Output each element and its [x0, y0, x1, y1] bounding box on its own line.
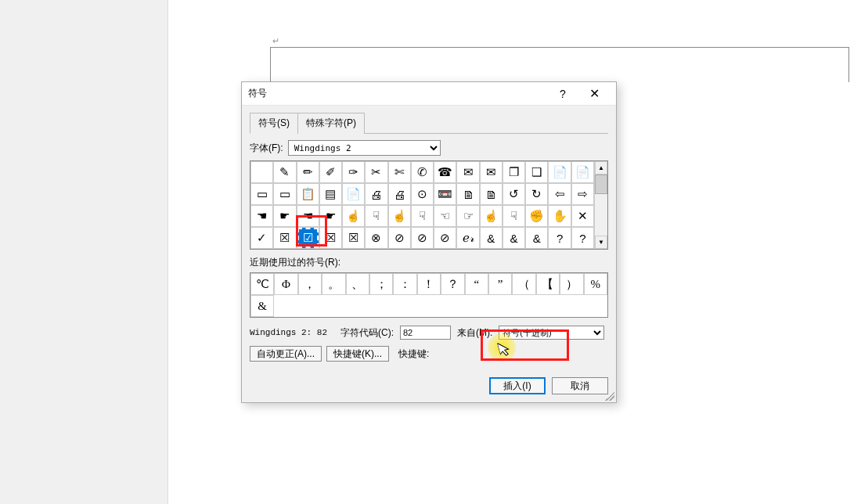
symbol-cell[interactable]: ☝: [480, 205, 503, 227]
symbol-cell[interactable]: ⇦: [548, 183, 571, 205]
insert-button[interactable]: 插入(I): [489, 377, 546, 394]
symbol-cell[interactable]: &: [503, 227, 525, 249]
symbol-cell[interactable]: 🖨: [365, 183, 387, 205]
scroll-up-icon[interactable]: ▲: [595, 161, 607, 175]
symbol-cell[interactable]: ✊: [525, 205, 548, 227]
symbol-cell[interactable]: ☑: [297, 227, 319, 249]
tab-symbols[interactable]: 符号(S): [250, 113, 298, 134]
symbol-cell[interactable]: 🖨: [388, 183, 411, 205]
recent-symbol-cell[interactable]: &: [250, 295, 274, 317]
shortcut-key-button[interactable]: 快捷键(K)...: [326, 346, 389, 362]
recent-symbol-cell[interactable]: %: [584, 273, 607, 295]
recent-symbol-cell[interactable]: “: [465, 273, 488, 295]
symbol-cell[interactable]: ☟: [365, 205, 387, 227]
symbol-cell[interactable]: 📄: [548, 161, 571, 183]
symbol-cell[interactable]: ✋: [548, 205, 571, 227]
symbol-cell[interactable]: ℯ𝓇: [456, 227, 479, 249]
symbol-cell[interactable]: ❑: [525, 161, 548, 183]
symbol-cell[interactable]: ☟: [503, 205, 525, 227]
symbol-cell[interactable]: ⊘: [388, 227, 411, 249]
from-select[interactable]: 符号(十进制): [499, 326, 604, 340]
grid-scrollbar[interactable]: ▲ ▼: [594, 161, 607, 249]
symbol-cell[interactable]: 🗎: [456, 183, 479, 205]
symbol-cell[interactable]: ☝: [388, 205, 411, 227]
symbol-cell[interactable]: ☜: [434, 205, 456, 227]
symbol-cell[interactable]: ✑: [342, 161, 365, 183]
recent-label: 近期使用过的符号(R):: [250, 256, 608, 269]
symbol-cell[interactable]: ✕: [571, 205, 594, 227]
page-margin-area: [0, 0, 168, 504]
recent-symbol-cell[interactable]: ：: [393, 273, 416, 295]
recent-symbol-cell[interactable]: （: [512, 273, 535, 295]
symbol-cell[interactable]: 📼: [434, 183, 456, 205]
symbol-grid: ✎✏✐✑✂✄✆☎✉✉❐❑📄📄▭▭📋▤📄🖨🖨⊙📼🗎🗎↺↻⇦⇨☚☛☚☛☝☟☝☟☜☞☝…: [250, 161, 594, 249]
symbol-cell[interactable]: ?: [548, 227, 571, 249]
symbol-cell[interactable]: ☚: [250, 205, 273, 227]
symbol-cell[interactable]: 📋: [297, 183, 319, 205]
recent-symbol-cell[interactable]: ）: [560, 273, 583, 295]
recent-symbol-cell[interactable]: Φ: [274, 273, 297, 295]
symbol-cell[interactable]: ❐: [503, 161, 525, 183]
autocorrect-button[interactable]: 自动更正(A)...: [250, 346, 322, 362]
symbol-cell[interactable]: ✏: [297, 161, 319, 183]
shortcut-display-label: 快捷键:: [398, 347, 429, 361]
recent-symbol-cell[interactable]: 。: [322, 273, 345, 295]
recent-symbol-cell[interactable]: ？: [441, 273, 464, 295]
symbol-cell[interactable]: ☚: [297, 205, 319, 227]
symbol-cell[interactable]: ▭: [250, 183, 273, 205]
charcode-input[interactable]: [400, 326, 451, 340]
symbol-cell[interactable]: ⊘: [411, 227, 434, 249]
font-select[interactable]: Wingdings 2: [288, 140, 441, 156]
symbol-cell[interactable]: ☒: [273, 227, 296, 249]
scroll-track[interactable]: [595, 175, 607, 236]
cancel-button[interactable]: 取消: [552, 377, 608, 394]
symbol-cell[interactable]: ☒: [319, 227, 342, 249]
symbol-cell[interactable]: 📄: [342, 183, 365, 205]
symbol-cell[interactable]: ▭: [273, 183, 296, 205]
close-icon[interactable]: ✕: [578, 83, 610, 105]
symbol-cell[interactable]: ☎: [434, 161, 456, 183]
symbol-cell[interactable]: [250, 161, 273, 183]
symbol-cell[interactable]: ⇨: [571, 183, 594, 205]
dialog-titlebar[interactable]: 符号 ? ✕: [242, 82, 616, 106]
recent-symbol-cell[interactable]: ；: [369, 273, 393, 295]
recent-symbol-cell[interactable]: 【: [536, 273, 560, 295]
symbol-cell[interactable]: ☟: [411, 205, 434, 227]
scroll-thumb[interactable]: [595, 175, 607, 194]
recent-symbol-cell[interactable]: 、: [346, 273, 369, 295]
symbol-cell[interactable]: ✎: [273, 161, 296, 183]
symbol-cell[interactable]: ☛: [273, 205, 296, 227]
symbol-cell[interactable]: ☞: [456, 205, 479, 227]
symbol-cell[interactable]: &: [525, 227, 548, 249]
symbol-cell[interactable]: ✐: [319, 161, 342, 183]
symbol-cell[interactable]: ✓: [250, 227, 273, 249]
symbol-cell[interactable]: ✉: [480, 161, 503, 183]
symbol-cell[interactable]: 🗎: [480, 183, 503, 205]
symbol-cell[interactable]: &: [480, 227, 503, 249]
recent-symbols-grid: ℃Φ，。、；：！？“”（【）%&: [250, 272, 608, 318]
symbol-cell[interactable]: ✉: [456, 161, 479, 183]
scroll-down-icon[interactable]: ▼: [595, 236, 607, 249]
symbol-cell[interactable]: ▤: [319, 183, 342, 205]
symbol-cell[interactable]: ☛: [319, 205, 342, 227]
symbol-cell[interactable]: ✆: [411, 161, 434, 183]
recent-symbol-cell[interactable]: ”: [488, 273, 512, 295]
symbol-cell[interactable]: ?: [571, 227, 594, 249]
tab-bar: 符号(S) 特殊字符(P): [250, 112, 608, 134]
symbol-cell[interactable]: ☒: [342, 227, 365, 249]
symbol-cell[interactable]: ☝: [342, 205, 365, 227]
symbol-cell[interactable]: ↻: [525, 183, 548, 205]
symbol-cell[interactable]: ⊗: [365, 227, 387, 249]
recent-symbol-cell[interactable]: ℃: [250, 273, 274, 295]
recent-symbol-cell[interactable]: ！: [417, 273, 441, 295]
resize-grip-icon[interactable]: [605, 391, 614, 401]
symbol-cell[interactable]: ⊘: [434, 227, 456, 249]
symbol-cell[interactable]: ✄: [388, 161, 411, 183]
recent-symbol-cell[interactable]: ，: [298, 273, 322, 295]
tab-special-chars[interactable]: 特殊字符(P): [297, 113, 365, 134]
symbol-cell[interactable]: ⊙: [411, 183, 434, 205]
symbol-cell[interactable]: 📄: [571, 161, 594, 183]
help-icon[interactable]: ?: [547, 83, 578, 105]
symbol-cell[interactable]: ↺: [503, 183, 525, 205]
symbol-cell[interactable]: ✂: [365, 161, 387, 183]
